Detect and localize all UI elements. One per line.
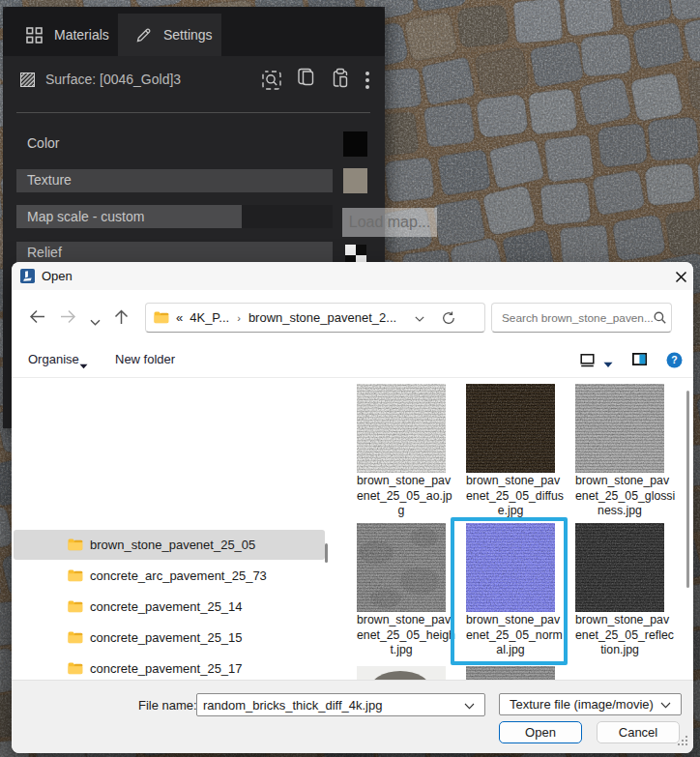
- svg-text:?: ?: [671, 354, 677, 365]
